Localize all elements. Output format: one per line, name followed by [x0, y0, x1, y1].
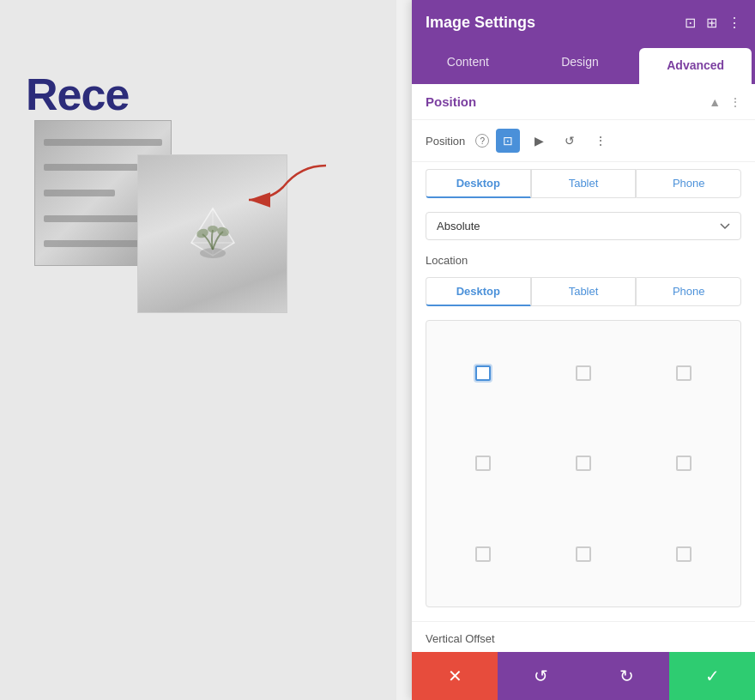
position-desktop-tab[interactable]: Desktop: [426, 169, 531, 198]
resize-icon[interactable]: ⊡: [685, 15, 696, 31]
panel-title: Image Settings: [426, 14, 535, 32]
canvas-area: Rece: [0, 0, 396, 700]
reset-icon[interactable]: ↺: [558, 129, 582, 153]
canvas-text: Rece: [26, 69, 129, 120]
cursor-icon[interactable]: ▶: [527, 129, 551, 153]
undo-icon: ↺: [534, 666, 548, 686]
columns-icon[interactable]: ⊞: [706, 15, 717, 31]
position-section: Position ▲ ⋮ Position ? ⊡ ▶ ↺ ⋮ Desktop: [412, 84, 755, 652]
position-phone-tab[interactable]: Phone: [636, 169, 741, 198]
position-more-icon[interactable]: ⋮: [589, 129, 613, 153]
collapse-icon[interactable]: ▲: [709, 95, 721, 109]
position-tool-active[interactable]: ⊡: [496, 129, 520, 153]
grid-cell-bottom-right[interactable]: [640, 516, 727, 593]
grid-cell-middle-left[interactable]: [440, 425, 527, 503]
cancel-button[interactable]: ✕: [412, 652, 498, 700]
panel-tabs: Content Design Advanced: [412, 45, 755, 84]
grid-dot-top-right[interactable]: [676, 365, 692, 381]
vertical-offset-section: Vertical Offset 10.06vw: [412, 621, 755, 652]
position-tablet-tab[interactable]: Tablet: [531, 169, 637, 198]
grid-cell-middle-center[interactable]: [541, 425, 627, 503]
position-device-tabs: Desktop Tablet Phone: [412, 162, 755, 205]
arrow-container: [232, 153, 335, 216]
vertical-offset-label: Vertical Offset: [426, 632, 741, 645]
grid-dot-top-center[interactable]: [576, 365, 591, 381]
panel-header: Image Settings ⊡ ⊞ ⋮: [412, 0, 755, 45]
grid-dot-bottom-center[interactable]: [576, 546, 591, 562]
position-type-select[interactable]: Absolute: [426, 212, 741, 240]
location-grid-wrapper: [412, 313, 755, 621]
panel-header-icons: ⊡ ⊞ ⋮: [685, 15, 741, 31]
undo-button[interactable]: ↺: [498, 652, 583, 700]
grid-cell-top-center[interactable]: [541, 335, 627, 412]
location-tablet-tab[interactable]: Tablet: [531, 277, 637, 306]
grid-cell-bottom-left[interactable]: [440, 516, 527, 593]
more-options-icon[interactable]: ⋮: [728, 15, 741, 31]
confirm-icon: ✓: [705, 666, 720, 686]
grid-cell-top-left[interactable]: [440, 335, 527, 412]
confirm-button[interactable]: ✓: [669, 652, 755, 700]
section-header: Position ▲ ⋮: [412, 84, 755, 120]
tab-design[interactable]: Design: [524, 45, 637, 84]
location-grid: [426, 320, 741, 607]
location-phone-tab[interactable]: Phone: [636, 277, 741, 306]
grid-dot-middle-left[interactable]: [475, 456, 491, 471]
help-icon[interactable]: ?: [475, 134, 489, 148]
redo-button[interactable]: ↻: [583, 652, 669, 700]
position-controls-row: Position ? ⊡ ▶ ↺ ⋮: [412, 120, 755, 162]
grid-dot-top-left[interactable]: [475, 365, 491, 381]
position-label: Position: [426, 135, 465, 148]
position-box-icon: ⊡: [503, 134, 513, 148]
location-device-tabs: Desktop Tablet Phone: [412, 270, 755, 313]
section-more-icon[interactable]: ⋮: [729, 95, 741, 109]
section-title: Position: [426, 94, 476, 109]
svg-point-4: [195, 226, 209, 238]
grid-cell-top-right[interactable]: [640, 335, 727, 412]
section-header-icons: ▲ ⋮: [709, 95, 741, 109]
location-label: Location: [412, 247, 755, 270]
panel-body: Position ▲ ⋮ Position ? ⊡ ▶ ↺ ⋮ Desktop: [412, 84, 755, 652]
grid-dot-bottom-left[interactable]: [475, 546, 491, 562]
grid-dot-bottom-right[interactable]: [676, 546, 692, 562]
tab-content[interactable]: Content: [412, 45, 524, 84]
settings-panel: Image Settings ⊡ ⊞ ⋮ Content Design Adva…: [412, 0, 755, 700]
location-desktop-tab[interactable]: Desktop: [426, 277, 531, 306]
grid-cell-bottom-center[interactable]: [541, 516, 627, 593]
grid-cell-middle-right[interactable]: [640, 425, 727, 503]
position-type-wrapper: Absolute: [412, 205, 755, 247]
arrow-icon: [232, 153, 335, 213]
svg-point-6: [208, 226, 218, 232]
tab-advanced[interactable]: Advanced: [639, 48, 752, 84]
grid-dot-middle-center[interactable]: [576, 456, 591, 471]
grid-dot-middle-right[interactable]: [676, 456, 692, 471]
redo-icon: ↻: [619, 666, 634, 686]
cancel-icon: ✕: [448, 666, 462, 686]
action-bar: ✕ ↺ ↻ ✓: [412, 652, 755, 700]
